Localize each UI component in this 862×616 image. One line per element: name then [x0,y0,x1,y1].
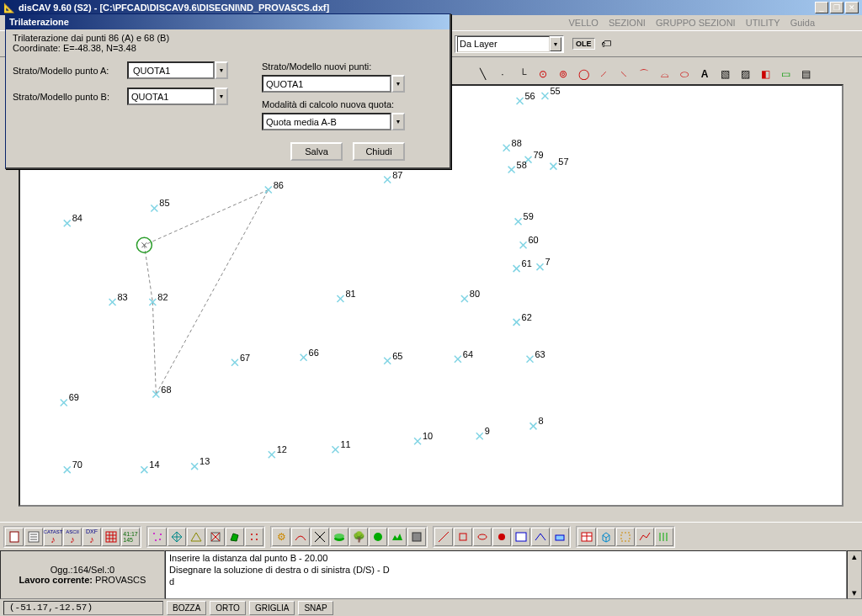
tool-d-icon[interactable] [492,528,511,546]
svg-rect-109 [10,532,19,542]
ellipse-tool-icon[interactable]: ⬭ [675,65,694,83]
hatch1-tool-icon[interactable]: ▧ [716,65,734,83]
tool-e-icon[interactable] [512,528,530,546]
tool-b-icon[interactable] [454,528,472,546]
tool-tri-icon[interactable] [187,528,205,546]
chevron-down-icon[interactable]: ▼ [550,37,561,51]
command-line[interactable]: Inserire la distanza dal punto B - 20.00… [165,550,847,599]
tool-ascii-icon[interactable]: ASCII♪ [63,528,82,546]
svg-point-128 [251,539,253,540]
cmd-line-2: Disegnare la soluzione di destra o di si… [169,565,390,575]
save-button[interactable]: Salva [290,142,343,161]
tool-doc-icon[interactable] [5,528,24,546]
command-area: Ogg.:164/Sel.:0 Lavoro corrente: PROVASC… [0,550,862,599]
ole-button[interactable]: OLE [572,38,595,50]
tool-points-icon[interactable] [148,528,167,546]
menu-item[interactable]: GRUPPO SEZIONI [656,18,736,28]
circle3-tool-icon[interactable]: ◯ [574,65,593,83]
status-orto[interactable]: ORTO [210,601,246,615]
close-button[interactable]: ✕ [845,2,859,13]
svg-text:11: 11 [340,439,350,449]
tool-num-icon[interactable]: 41:17145 [121,528,140,546]
layer-combo-text: Da Layer [460,39,498,49]
tool-button[interactable]: 🏷 [597,35,615,53]
status-snap[interactable]: SNAP [298,601,333,615]
text-tool-icon[interactable]: A [695,65,714,83]
tool-cross-icon[interactable] [311,528,329,546]
tool-mesh-icon[interactable] [168,528,186,546]
tool-delete-icon[interactable] [206,528,225,546]
tool-sel-icon[interactable] [616,528,635,546]
cmd-scrollbar[interactable]: ▴▾ [847,550,862,599]
status-griglia[interactable]: GRIGLIA [249,601,295,615]
select-calc[interactable]: Quota media A-B ▼ [262,113,405,130]
line-tool-icon[interactable]: ╲ [473,65,492,83]
tool-g-icon[interactable] [551,528,569,546]
svg-point-129 [256,539,258,540]
menu-item[interactable]: Guida [790,18,815,28]
label-punto-a: Strato/Modello punto A: [13,66,127,76]
svg-text:88: 88 [512,138,522,148]
circle2-tool-icon[interactable]: ⊚ [554,65,572,83]
tool-3d-icon[interactable] [597,528,615,546]
tool-f-icon[interactable] [531,528,550,546]
tool-book-icon[interactable] [407,528,426,546]
layer-tool-icon[interactable]: ▤ [796,65,815,83]
status-bozza[interactable]: BOZZA [167,601,206,615]
block-tool-icon[interactable]: ◧ [756,65,774,83]
svg-text:70: 70 [72,459,82,470]
tool-graph-icon[interactable] [636,528,654,546]
perpend-tool-icon[interactable]: └ [513,65,532,83]
point-tool-icon[interactable]: · [493,65,512,83]
tool-list-icon[interactable] [24,528,43,546]
tool-dxf-icon[interactable]: DXF♪ [82,528,101,546]
tool-dots-icon[interactable] [245,528,263,546]
arc3-tool-icon[interactable]: ⌒ [635,65,653,83]
tool-lines-icon[interactable] [655,528,673,546]
arc-tool-icon[interactable]: ⟋ [594,65,613,83]
hatch2-tool-icon[interactable]: ▨ [736,65,754,83]
tool-table-icon[interactable] [577,528,596,546]
dialog-title[interactable]: Trilaterazione [6,14,450,29]
vertical-scrollbar[interactable] [847,84,862,507]
select-punto-a[interactable]: QUOTA1 ▼ [127,61,228,79]
tool-brush-icon[interactable] [369,528,387,546]
image-tool-icon[interactable]: ▭ [776,65,795,83]
tool-curve-icon[interactable] [291,528,310,546]
tool-grid-icon[interactable] [102,528,120,546]
horizontal-scrollbar[interactable] [19,507,843,522]
select-punto-b[interactable]: QUOTA1 ▼ [127,88,228,105]
svg-text:14: 14 [149,459,159,470]
tool-poly-icon[interactable] [226,528,244,546]
chevron-down-icon[interactable]: ▼ [391,113,405,130]
svg-point-122 [159,539,161,540]
svg-text:63: 63 [535,349,545,359]
drawing-toolbar: ╲ · └ ⊙ ⊚ ◯ ⟋ ⟍ ⌒ ⌓ ⬭ A ▧ ▨ ◧ ▭ ▤ [471,64,862,84]
tool-a-icon[interactable] [434,528,453,546]
select-nuovi[interactable]: QUOTA1 ▼ [262,75,405,93]
arc2-tool-icon[interactable]: ⟍ [615,65,633,83]
minimize-button[interactable]: _ [815,2,828,13]
chevron-down-icon[interactable]: ▼ [215,88,228,105]
maximize-button[interactable]: ❐ [830,2,843,13]
menu-item[interactable]: VELLO [568,18,598,28]
svg-text:10: 10 [423,431,433,441]
svg-point-138 [478,534,487,539]
tool-gear-icon[interactable]: ⚙ [272,528,290,546]
layer-combo[interactable]: Da Layer ▼ [455,35,564,53]
tool-tree-icon[interactable]: 🌳 [349,528,368,546]
arc4-tool-icon[interactable]: ⌓ [655,65,673,83]
menu-item[interactable]: SEZIONI [609,18,646,28]
close-dialog-button[interactable]: Chiudi [353,142,405,161]
chevron-down-icon[interactable]: ▼ [391,75,405,93]
menu-item[interactable]: UTILITY [746,18,780,28]
tool-catast-icon[interactable]: CATAST♪ [44,528,62,546]
tool-terrain-icon[interactable] [388,528,407,546]
tool-layers-icon[interactable] [330,528,349,546]
circle-tool-icon[interactable]: ⊙ [534,65,552,83]
chevron-down-icon[interactable]: ▼ [215,61,228,79]
label-punto-b: Strato/Modello punto B: [13,92,127,102]
tool-c-icon[interactable] [473,528,492,546]
object-count: Ogg.:164/Sel.:0 [4,565,161,575]
svg-rect-141 [556,535,564,540]
